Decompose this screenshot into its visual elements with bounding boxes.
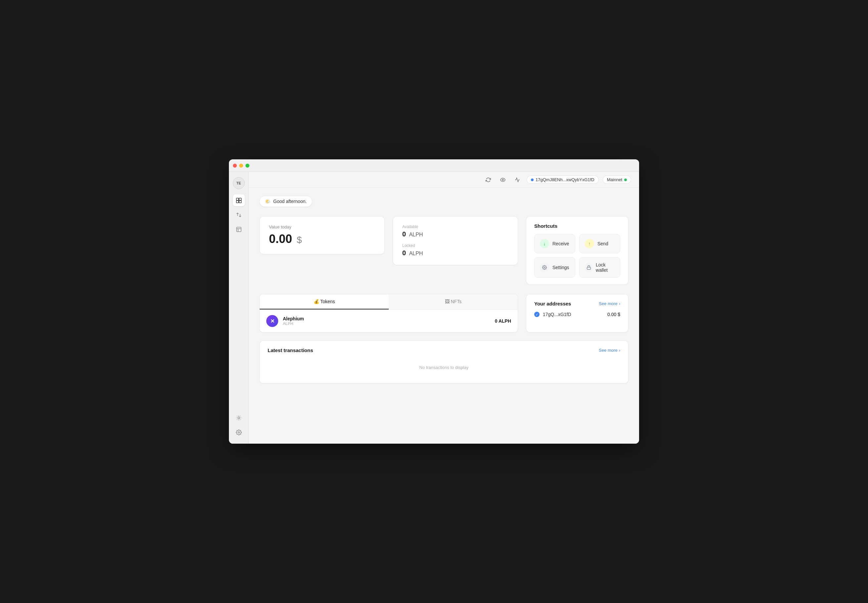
value-currency: $ <box>297 235 302 245</box>
shortcuts-grid: ↓ Receive ↑ Send <box>534 234 620 278</box>
transactions-empty: No transactions to display <box>268 358 620 377</box>
locked-token: ALPH <box>409 250 423 256</box>
addresses-see-more[interactable]: See more › <box>599 301 620 306</box>
eye-button[interactable] <box>498 175 508 185</box>
topbar: 17gQmJ8ENh...xwQybYxG1fD Mainnet <box>249 172 639 188</box>
addresses-header: Your addresses See more › <box>534 301 620 306</box>
chart-button[interactable] <box>512 175 522 185</box>
svg-point-5 <box>238 417 240 419</box>
svg-point-8 <box>544 267 545 268</box>
settings-shortcut-button[interactable]: Settings <box>534 257 575 278</box>
transactions-see-more[interactable]: See more › <box>599 348 620 353</box>
chevron-right-icon: › <box>619 301 620 306</box>
locked-balance: Locked 0 ALPH <box>402 243 508 257</box>
token-name: Alephium <box>283 316 490 321</box>
addresses-title: Your addresses <box>534 301 571 306</box>
transactions-title: Latest transactions <box>268 348 313 353</box>
svg-point-6 <box>238 432 240 433</box>
locked-label: Locked <box>402 243 508 248</box>
svg-rect-3 <box>239 201 241 203</box>
svg-rect-9 <box>587 267 591 269</box>
svg-rect-1 <box>239 198 241 200</box>
bottom-row: 💰 Tokens 🖼 NFTs ✕ Alephium ALPH 0 ALPH <box>259 294 628 332</box>
balance-card: Available 0 ALPH Locked 0 ALPH <box>393 216 518 265</box>
sidebar: TE <box>229 172 249 444</box>
lock-wallet-label: Lock wallet <box>596 262 615 273</box>
available-label: Available <box>402 224 508 229</box>
address-row: ✓ 17gQ...xG1fD 0.00 $ <box>534 312 620 317</box>
app-window: TE <box>229 159 639 444</box>
settings-icon <box>540 263 549 272</box>
available-token: ALPH <box>409 232 423 237</box>
tokens-tabs-header: 💰 Tokens 🖼 NFTs <box>260 294 518 310</box>
address-text: 17gQmJ8ENh...xwQybYxG1fD <box>536 177 594 182</box>
tokens-card: 💰 Tokens 🖼 NFTs ✕ Alephium ALPH 0 ALPH <box>259 294 518 332</box>
receive-icon: ↓ <box>540 239 549 248</box>
available-value: 0 ALPH <box>402 230 508 238</box>
alephium-token-row: ✕ Alephium ALPH 0 ALPH <box>260 310 518 332</box>
address-balance: 0.00 $ <box>607 312 620 317</box>
network-label: Mainnet <box>607 177 622 182</box>
alephium-logo: ✕ <box>266 315 278 327</box>
value-card: Value today 0.00 $ <box>259 216 385 254</box>
sidebar-item-settings[interactable] <box>233 427 245 438</box>
greeting-banner: 🌤️ Good afternoon. <box>259 196 312 207</box>
sidebar-item-sun[interactable] <box>233 412 245 424</box>
svg-rect-2 <box>236 201 239 203</box>
lock-icon <box>585 263 592 272</box>
send-icon: ↑ <box>585 239 594 248</box>
nfts-tab[interactable]: 🖼 NFTs <box>389 294 518 309</box>
receive-label: Receive <box>552 241 569 246</box>
sidebar-item-transfer[interactable] <box>233 209 245 221</box>
app-body: TE <box>229 172 639 444</box>
shortcuts-title: Shortcuts <box>534 223 620 229</box>
locked-value: 0 ALPH <box>402 249 508 257</box>
token-amount: 0 ALPH <box>495 319 511 324</box>
send-button[interactable]: ↑ Send <box>579 234 620 253</box>
svg-point-7 <box>502 179 504 181</box>
token-info: Alephium ALPH <box>283 316 490 326</box>
send-label: Send <box>597 241 608 246</box>
receive-button[interactable]: ↓ Receive <box>534 234 575 253</box>
address-check-icon: ✓ <box>534 312 539 317</box>
minimize-button[interactable] <box>239 164 243 168</box>
address-status-dot <box>531 178 533 181</box>
available-balance: Available 0 ALPH <box>402 224 508 238</box>
network-pill[interactable]: Mainnet <box>603 176 631 184</box>
chevron-right-icon: › <box>619 348 620 353</box>
token-symbol: ALPH <box>283 321 490 326</box>
greeting-emoji: 🌤️ <box>265 199 271 204</box>
value-label: Value today <box>269 224 375 229</box>
page-content: 🌤️ Good afternoon. Value today 0.00 $ <box>249 188 639 391</box>
wallet-avatar[interactable]: TE <box>233 177 245 189</box>
value-amount: 0.00 $ <box>269 232 375 246</box>
shortcuts-card: Shortcuts ↓ Receive ↑ Send <box>526 216 628 284</box>
main-content: 17gQmJ8ENh...xwQybYxG1fD Mainnet 🌤️ Good… <box>249 172 639 444</box>
titlebar <box>229 159 639 172</box>
settings-shortcut-label: Settings <box>552 265 569 270</box>
tokens-tab[interactable]: 💰 Tokens <box>260 294 389 309</box>
greeting-text: Good afternoon. <box>273 199 307 204</box>
maximize-button[interactable] <box>245 164 250 168</box>
network-status-dot <box>624 178 627 181</box>
refresh-button[interactable] <box>483 175 494 185</box>
transactions-header: Latest transactions See more › <box>268 348 620 353</box>
lock-wallet-button[interactable]: Lock wallet <box>579 257 620 278</box>
svg-rect-4 <box>237 227 241 232</box>
address-short: 17gQ...xG1fD <box>543 312 604 317</box>
sidebar-item-overview[interactable] <box>233 194 245 206</box>
svg-rect-0 <box>236 198 239 200</box>
sidebar-item-book[interactable] <box>233 224 245 235</box>
address-pill[interactable]: 17gQmJ8ENh...xwQybYxG1fD <box>527 176 599 184</box>
overview-row: Value today 0.00 $ Available 0 ALPH <box>259 216 628 284</box>
close-button[interactable] <box>233 164 237 168</box>
addresses-card: Your addresses See more › ✓ 17gQ...xG1fD… <box>526 294 628 332</box>
transactions-card: Latest transactions See more › No transa… <box>259 340 628 383</box>
